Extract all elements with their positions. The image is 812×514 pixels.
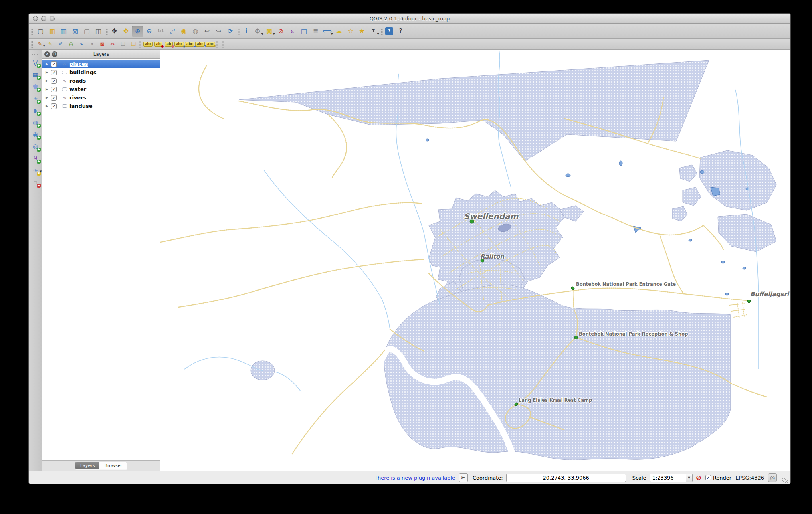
layer-labeling-button[interactable]: abc [143, 40, 153, 49]
chevron-down-icon[interactable]: ▼ [40, 170, 42, 173]
layer-visibility-checkbox[interactable]: ✓ [51, 70, 57, 75]
save-project-button[interactable]: ▦ [58, 26, 69, 37]
expand-triangle-icon[interactable]: ▶ [46, 96, 51, 99]
deselect-all-button[interactable]: ⊘ [275, 26, 287, 37]
add-postgis-layer-button[interactable]: ⬟+ [30, 81, 41, 93]
attribute-table-button[interactable]: ▤ [298, 26, 310, 37]
toolbar-grip[interactable] [216, 41, 219, 48]
toolbar-grip[interactable] [139, 41, 142, 48]
copy-features-button[interactable]: ❐ [118, 40, 128, 49]
panel-tab-layers[interactable]: Layers [75, 462, 99, 469]
run-feature-action-button[interactable]: ⚙▼ [252, 26, 263, 37]
expand-triangle-icon[interactable]: ▶ [46, 62, 51, 66]
zoom-last-button[interactable]: ↩ [201, 26, 213, 37]
layer-visibility-checkbox[interactable]: ✓ [51, 78, 57, 84]
plugin-manager-icon[interactable]: ✂ [459, 473, 468, 482]
zoom-out-button[interactable]: ⊖ [143, 26, 155, 37]
plugin-available-link[interactable]: There is a new plugin available [374, 475, 455, 481]
help-button[interactable]: ? [385, 27, 393, 35]
cut-features-button[interactable]: ✂ [107, 40, 118, 49]
zoom-window-button[interactable] [50, 16, 55, 21]
layer-item-water[interactable]: ▶✓water [42, 85, 160, 93]
toggle-editing-button[interactable]: ✎ [45, 40, 55, 49]
layer-visibility-checkbox[interactable]: ✓ [51, 61, 57, 67]
toolbar-grip[interactable] [237, 28, 240, 35]
add-delimited-text-layer-button[interactable]: 9+ [30, 152, 41, 164]
save-layer-edits-button[interactable]: ✐ [55, 40, 66, 49]
label-unpin-button[interactable]: ab● [164, 40, 174, 49]
add-mssql-layer-button[interactable]: ◗+ [30, 105, 41, 117]
layer-visibility-checkbox[interactable]: ✓ [51, 95, 57, 101]
layer-item-places[interactable]: ▶✓∴places [42, 60, 160, 68]
panel-tab-browser[interactable]: Browser [99, 462, 127, 469]
toolbar-grip[interactable] [380, 28, 383, 35]
select-by-expression-button[interactable]: ε [287, 26, 298, 37]
pan-to-selection-button[interactable]: ✥ [120, 26, 132, 37]
expand-triangle-icon[interactable]: ▶ [46, 87, 51, 91]
paste-features-button[interactable]: ❏ [128, 40, 139, 49]
whats-this-button[interactable]: ? [395, 26, 406, 37]
select-features-button[interactable]: ▩▼ [263, 26, 275, 37]
map-tips-button[interactable]: ☁ [333, 26, 345, 37]
scale-combo[interactable]: 1:23396 ▼ [650, 474, 693, 482]
pan-map-button[interactable]: ✥ [109, 26, 120, 37]
label-pin-button[interactable]: ab● [153, 40, 164, 49]
add-wms-layer-button[interactable]: ◍+ [30, 117, 41, 128]
map-canvas[interactable]: SwellendamRailtonBontebok National Park … [160, 50, 790, 471]
toolbar-grip[interactable] [32, 52, 39, 55]
new-project-button[interactable]: ▢ [35, 26, 46, 37]
close-window-button[interactable] [33, 16, 38, 21]
add-spatialite-layer-button[interactable]: ❧+ [30, 93, 41, 105]
current-edits-button[interactable]: ✎▼ [35, 40, 45, 49]
stop-render-icon[interactable]: ⊘ [696, 474, 701, 482]
chevron-down-icon[interactable]: ▼ [686, 474, 692, 482]
panel-float-icon[interactable]: ❐ [52, 51, 57, 57]
add-vector-layer-button[interactable]: ⋁+ [30, 57, 41, 69]
coordinate-input[interactable]: 20.2743,-33.9066 [506, 474, 626, 482]
show-bookmarks-button[interactable]: ★ [356, 26, 368, 37]
text-annotation-button[interactable]: T▼ [368, 26, 379, 37]
toolbar-grip[interactable] [105, 28, 108, 35]
remove-layer-button[interactable]: ▫− [30, 176, 41, 188]
label-show-hide-button[interactable]: abc◉ [174, 40, 184, 49]
add-feature-button[interactable]: ⁂ [66, 40, 76, 49]
chevron-down-icon[interactable]: ▼ [377, 32, 379, 36]
layer-visibility-checkbox[interactable]: ✓ [51, 87, 57, 92]
title-bar[interactable]: QGIS 2.0.1-Dufour - basic_map [29, 14, 790, 24]
move-feature-button[interactable]: ➢ [76, 40, 87, 49]
layer-item-roads[interactable]: ▶✓∿roads [42, 77, 160, 85]
zoom-in-button[interactable]: ⊕ [132, 26, 143, 37]
layer-item-rivers[interactable]: ▶✓∿rivers [42, 93, 160, 102]
new-shapefile-layer-button[interactable]: ❧✱▼ [30, 164, 41, 176]
zoom-to-selection-button[interactable]: ◉ [178, 26, 190, 37]
add-raster-layer-button[interactable]: ▦+ [30, 69, 41, 81]
add-wfs-layer-button[interactable]: ◎+ [30, 140, 41, 152]
panel-close-icon[interactable]: ✕ [44, 51, 50, 57]
measure-line-button[interactable]: ⟺▼ [321, 26, 333, 37]
add-wcs-layer-button[interactable]: ◉+ [30, 128, 41, 140]
label-properties-button[interactable]: abc✎ [205, 40, 216, 49]
expand-triangle-icon[interactable]: ▶ [46, 71, 51, 74]
new-print-composer-button[interactable]: ▢ [81, 26, 93, 37]
render-checkbox[interactable]: ✓ [705, 475, 711, 480]
field-calculator-button[interactable]: ≣ [310, 26, 321, 37]
identify-features-button[interactable]: ℹ [240, 26, 252, 37]
label-rotate-button[interactable]: abc⟳ [195, 40, 205, 49]
toolbar-grip[interactable] [31, 28, 34, 35]
node-tool-button[interactable]: ⌖ [87, 40, 97, 49]
expand-triangle-icon[interactable]: ▶ [46, 104, 51, 108]
toolbar-grip[interactable] [31, 41, 34, 48]
window-resize-grip[interactable] [782, 478, 788, 483]
zoom-native-button[interactable]: 1:1 [155, 26, 166, 37]
open-project-button[interactable]: ▥ [46, 26, 58, 37]
zoom-full-button[interactable]: ⤢ [166, 26, 178, 37]
layer-item-landuse[interactable]: ▶✓landuse [42, 102, 160, 110]
composer-manager-button[interactable]: ◫ [93, 26, 104, 37]
new-bookmark-button[interactable]: ☆ [345, 26, 356, 37]
crs-globe-icon[interactable]: ◎ [768, 473, 777, 482]
save-project-as-button[interactable]: ▧ [69, 26, 81, 37]
layer-item-buildings[interactable]: ▶✓buildings [42, 68, 160, 77]
expand-triangle-icon[interactable]: ▶ [46, 79, 51, 83]
toolbar-grip[interactable] [221, 41, 224, 48]
label-move-button[interactable]: abc➜ [184, 40, 195, 49]
